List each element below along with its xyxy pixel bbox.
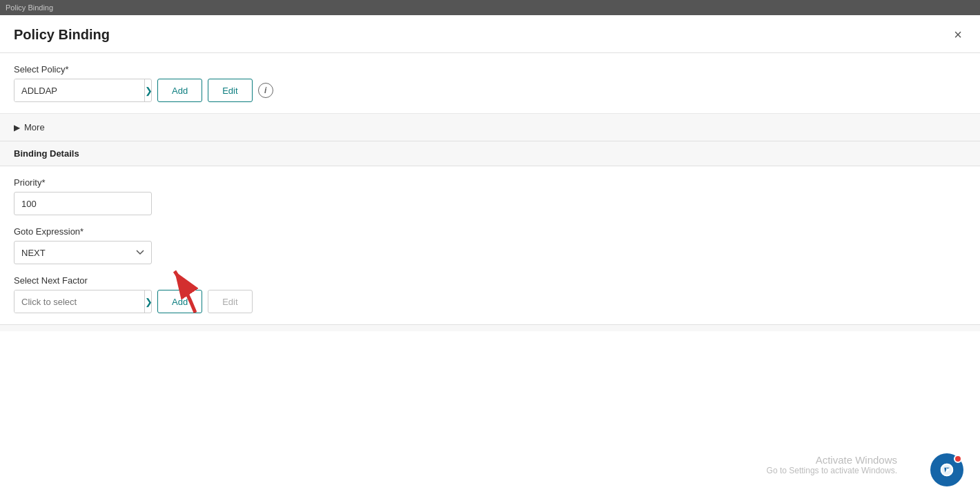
dialog-close-button[interactable]: × xyxy=(950,26,966,43)
navigation-icon-button[interactable] xyxy=(930,453,963,486)
priority-group: Priority* xyxy=(14,177,966,215)
binding-details-header: Binding Details xyxy=(0,141,980,166)
edit-policy-button[interactable]: Edit xyxy=(208,79,252,102)
more-label: More xyxy=(24,122,45,132)
dialog-body: Select Policy* ❯ Add Edit i ▶ More Bindi… xyxy=(0,53,980,324)
dialog-header: Policy Binding × xyxy=(0,15,980,53)
select-next-factor-row: ❯ Add Edit xyxy=(14,290,966,313)
policy-binding-dialog: Policy Binding × Select Policy* ❯ Add Ed… xyxy=(0,15,980,369)
browser-bar-title: Policy Binding xyxy=(6,3,53,12)
goto-expression-label: Goto Expression* xyxy=(14,226,966,237)
chevron-right-icon: ❯ xyxy=(145,86,152,96)
select-next-factor-label: Select Next Factor xyxy=(14,275,966,286)
priority-input[interactable] xyxy=(14,192,152,215)
goto-expression-select[interactable]: NEXT END USE_INVOCATION_RESULT xyxy=(14,241,152,264)
select-policy-section: Select Policy* ❯ Add Edit i xyxy=(0,53,980,114)
add-factor-button[interactable]: Add xyxy=(157,290,202,313)
select-policy-label: Select Policy* xyxy=(14,64,966,75)
browser-bar: Policy Binding xyxy=(0,0,980,15)
select-next-factor-group: Select Next Factor ❯ Add Edit xyxy=(14,275,966,313)
priority-label: Priority* xyxy=(14,177,966,188)
chevron-right-icon-2: ❯ xyxy=(145,297,152,307)
goto-expression-group: Goto Expression* NEXT END USE_INVOCATION… xyxy=(14,226,966,264)
page-background xyxy=(0,331,980,503)
fields-area: Priority* Goto Expression* NEXT END USE_… xyxy=(0,166,980,324)
select-policy-row: ❯ Add Edit i xyxy=(14,79,966,102)
info-icon: i xyxy=(258,83,273,98)
more-toggle-icon: ▶ xyxy=(14,123,20,132)
more-section[interactable]: ▶ More xyxy=(0,114,980,141)
next-factor-arrow-button[interactable]: ❯ xyxy=(144,290,152,313)
next-factor-input[interactable] xyxy=(14,290,144,313)
add-policy-button[interactable]: Add xyxy=(157,79,202,102)
dialog-title: Policy Binding xyxy=(14,27,110,43)
next-factor-input-container: ❯ xyxy=(14,290,152,313)
compass-icon xyxy=(939,462,954,477)
policy-input-container: ❯ xyxy=(14,79,152,102)
policy-input[interactable] xyxy=(14,79,144,101)
nav-icon-notification-dot xyxy=(954,455,962,463)
edit-factor-button[interactable]: Edit xyxy=(208,290,252,313)
policy-arrow-button[interactable]: ❯ xyxy=(144,79,152,101)
